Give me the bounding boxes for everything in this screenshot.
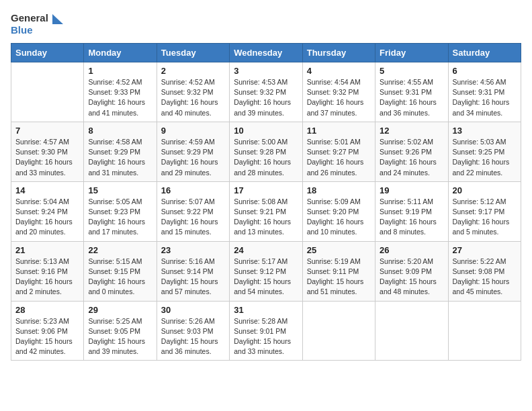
cell-date-number: 13 <box>453 126 517 136</box>
cell-date-number: 17 <box>234 185 298 195</box>
cell-date-number: 2 <box>161 66 225 76</box>
calendar-cell: 10Sunrise: 5:00 AM Sunset: 9:28 PM Dayli… <box>230 122 302 181</box>
calendar-cell: 25Sunrise: 5:19 AM Sunset: 9:11 PM Dayli… <box>302 241 375 301</box>
cell-info: Sunrise: 5:05 AM Sunset: 9:23 PM Dayligh… <box>88 197 152 238</box>
calendar-cell: 26Sunrise: 5:20 AM Sunset: 9:09 PM Dayli… <box>375 241 448 301</box>
calendar-cell: 7Sunrise: 4:57 AM Sunset: 9:30 PM Daylig… <box>11 122 84 181</box>
weekday-header-tuesday: Tuesday <box>157 44 229 62</box>
cell-date-number: 25 <box>307 245 371 255</box>
cell-info: Sunrise: 5:01 AM Sunset: 9:27 PM Dayligh… <box>307 137 371 178</box>
cell-date-number: 18 <box>307 185 371 195</box>
cell-info: Sunrise: 5:04 AM Sunset: 9:24 PM Dayligh… <box>15 197 79 238</box>
cell-info: Sunrise: 4:56 AM Sunset: 9:31 PM Dayligh… <box>453 77 517 118</box>
calendar-cell: 1Sunrise: 4:52 AM Sunset: 9:33 PM Daylig… <box>84 62 157 122</box>
week-row-3: 14Sunrise: 5:04 AM Sunset: 9:24 PM Dayli… <box>11 181 521 241</box>
calendar-cell: 16Sunrise: 5:07 AM Sunset: 9:22 PM Dayli… <box>157 181 229 241</box>
cell-info: Sunrise: 5:17 AM Sunset: 9:12 PM Dayligh… <box>234 257 298 298</box>
cell-date-number: 8 <box>88 126 152 136</box>
cell-info: Sunrise: 5:08 AM Sunset: 9:21 PM Dayligh… <box>234 197 298 238</box>
cell-info: Sunrise: 5:19 AM Sunset: 9:11 PM Dayligh… <box>307 257 371 298</box>
calendar-cell: 3Sunrise: 4:53 AM Sunset: 9:32 PM Daylig… <box>230 62 302 122</box>
cell-date-number: 1 <box>88 66 152 76</box>
cell-date-number: 10 <box>234 126 298 136</box>
calendar-cell <box>302 301 375 361</box>
logo: GeneralBlue <box>11 11 64 38</box>
svg-text:General: General <box>11 12 48 24</box>
weekday-header-monday: Monday <box>84 44 157 62</box>
calendar-cell: 13Sunrise: 5:03 AM Sunset: 9:25 PM Dayli… <box>448 122 521 181</box>
calendar-cell: 2Sunrise: 4:52 AM Sunset: 9:32 PM Daylig… <box>157 62 229 122</box>
calendar-cell: 31Sunrise: 5:28 AM Sunset: 9:01 PM Dayli… <box>230 301 302 361</box>
cell-date-number: 12 <box>380 126 443 136</box>
cell-info: Sunrise: 5:15 AM Sunset: 9:15 PM Dayligh… <box>88 257 152 298</box>
calendar-cell: 29Sunrise: 5:25 AM Sunset: 9:05 PM Dayli… <box>84 301 157 361</box>
cell-date-number: 27 <box>453 245 517 255</box>
cell-info: Sunrise: 5:23 AM Sunset: 9:06 PM Dayligh… <box>15 316 79 357</box>
cell-info: Sunrise: 4:52 AM Sunset: 9:33 PM Dayligh… <box>88 77 152 118</box>
calendar-cell: 4Sunrise: 4:54 AM Sunset: 9:32 PM Daylig… <box>302 62 375 122</box>
cell-date-number: 22 <box>88 245 152 255</box>
cell-info: Sunrise: 4:53 AM Sunset: 9:32 PM Dayligh… <box>234 77 298 118</box>
weekday-header-row: SundayMondayTuesdayWednesdayThursdayFrid… <box>11 44 521 62</box>
cell-date-number: 9 <box>161 126 225 136</box>
week-row-5: 28Sunrise: 5:23 AM Sunset: 9:06 PM Dayli… <box>11 301 521 361</box>
svg-marker-0 <box>52 14 63 24</box>
calendar-cell: 19Sunrise: 5:11 AM Sunset: 9:19 PM Dayli… <box>375 181 448 241</box>
cell-info: Sunrise: 4:54 AM Sunset: 9:32 PM Dayligh… <box>307 77 371 118</box>
weekday-header-thursday: Thursday <box>302 44 375 62</box>
cell-info: Sunrise: 5:11 AM Sunset: 9:19 PM Dayligh… <box>380 197 443 238</box>
calendar-cell: 6Sunrise: 4:56 AM Sunset: 9:31 PM Daylig… <box>448 62 521 122</box>
calendar-cell: 18Sunrise: 5:09 AM Sunset: 9:20 PM Dayli… <box>302 181 375 241</box>
cell-date-number: 16 <box>161 185 225 195</box>
cell-date-number: 23 <box>161 245 225 255</box>
cell-info: Sunrise: 5:20 AM Sunset: 9:09 PM Dayligh… <box>380 257 443 298</box>
calendar-table: SundayMondayTuesdayWednesdayThursdayFrid… <box>11 43 521 361</box>
calendar-cell: 24Sunrise: 5:17 AM Sunset: 9:12 PM Dayli… <box>230 241 302 301</box>
calendar-cell: 12Sunrise: 5:02 AM Sunset: 9:26 PM Dayli… <box>375 122 448 181</box>
weekday-header-wednesday: Wednesday <box>230 44 302 62</box>
cell-info: Sunrise: 5:09 AM Sunset: 9:20 PM Dayligh… <box>307 197 371 238</box>
cell-info: Sunrise: 4:57 AM Sunset: 9:30 PM Dayligh… <box>15 137 79 178</box>
cell-date-number: 7 <box>15 126 79 136</box>
calendar-cell: 15Sunrise: 5:05 AM Sunset: 9:23 PM Dayli… <box>84 181 157 241</box>
calendar-cell: 30Sunrise: 5:26 AM Sunset: 9:03 PM Dayli… <box>157 301 229 361</box>
calendar-cell: 28Sunrise: 5:23 AM Sunset: 9:06 PM Dayli… <box>11 301 84 361</box>
cell-date-number: 5 <box>380 66 443 76</box>
cell-date-number: 15 <box>88 185 152 195</box>
cell-info: Sunrise: 4:55 AM Sunset: 9:31 PM Dayligh… <box>380 77 443 118</box>
cell-info: Sunrise: 5:16 AM Sunset: 9:14 PM Dayligh… <box>161 257 225 298</box>
week-row-2: 7Sunrise: 4:57 AM Sunset: 9:30 PM Daylig… <box>11 122 521 181</box>
cell-date-number: 21 <box>15 245 79 255</box>
cell-date-number: 30 <box>161 305 225 315</box>
cell-info: Sunrise: 5:12 AM Sunset: 9:17 PM Dayligh… <box>453 197 517 238</box>
calendar-cell: 5Sunrise: 4:55 AM Sunset: 9:31 PM Daylig… <box>375 62 448 122</box>
calendar-cell: 17Sunrise: 5:08 AM Sunset: 9:21 PM Dayli… <box>230 181 302 241</box>
cell-date-number: 29 <box>88 305 152 315</box>
page-header: GeneralBlue <box>11 11 521 38</box>
cell-info: Sunrise: 5:13 AM Sunset: 9:16 PM Dayligh… <box>15 257 79 298</box>
calendar-cell <box>448 301 521 361</box>
cell-date-number: 26 <box>380 245 443 255</box>
cell-info: Sunrise: 5:25 AM Sunset: 9:05 PM Dayligh… <box>88 316 152 357</box>
cell-info: Sunrise: 5:02 AM Sunset: 9:26 PM Dayligh… <box>380 137 443 178</box>
week-row-1: 1Sunrise: 4:52 AM Sunset: 9:33 PM Daylig… <box>11 62 521 122</box>
weekday-header-saturday: Saturday <box>448 44 521 62</box>
cell-date-number: 14 <box>15 185 79 195</box>
cell-date-number: 4 <box>307 66 371 76</box>
cell-date-number: 3 <box>234 66 298 76</box>
calendar-cell: 22Sunrise: 5:15 AM Sunset: 9:15 PM Dayli… <box>84 241 157 301</box>
weekday-header-friday: Friday <box>375 44 448 62</box>
calendar-cell: 20Sunrise: 5:12 AM Sunset: 9:17 PM Dayli… <box>448 181 521 241</box>
calendar-cell <box>375 301 448 361</box>
cell-date-number: 19 <box>380 185 443 195</box>
cell-info: Sunrise: 4:59 AM Sunset: 9:29 PM Dayligh… <box>161 137 225 178</box>
calendar-cell: 11Sunrise: 5:01 AM Sunset: 9:27 PM Dayli… <box>302 122 375 181</box>
cell-info: Sunrise: 5:07 AM Sunset: 9:22 PM Dayligh… <box>161 197 225 238</box>
svg-text:Blue: Blue <box>11 24 33 36</box>
cell-date-number: 11 <box>307 126 371 136</box>
calendar-cell <box>11 62 84 122</box>
weekday-header-sunday: Sunday <box>11 44 84 62</box>
week-row-4: 21Sunrise: 5:13 AM Sunset: 9:16 PM Dayli… <box>11 241 521 301</box>
cell-info: Sunrise: 5:22 AM Sunset: 9:08 PM Dayligh… <box>453 257 517 298</box>
calendar-cell: 27Sunrise: 5:22 AM Sunset: 9:08 PM Dayli… <box>448 241 521 301</box>
